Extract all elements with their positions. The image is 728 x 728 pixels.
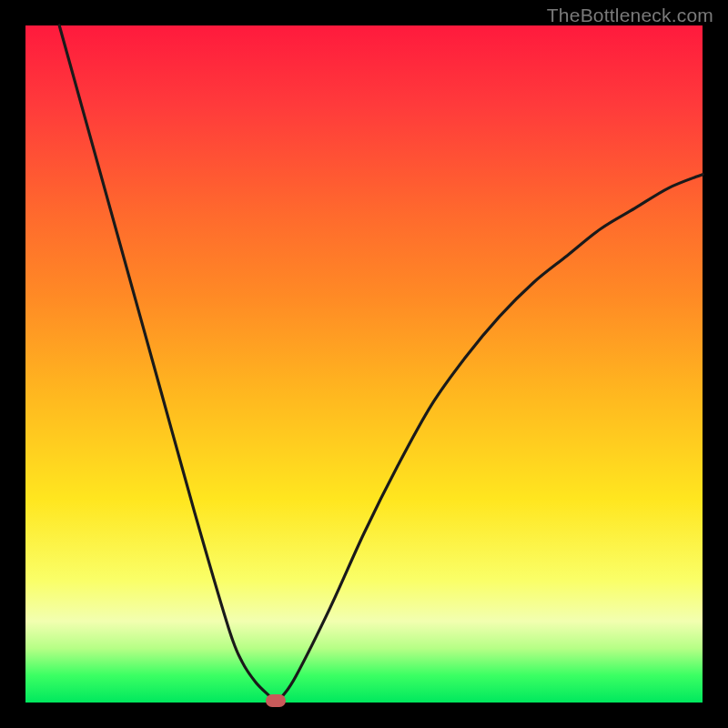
chart-frame: TheBottleneck.com — [0, 0, 728, 728]
minimum-marker — [266, 694, 286, 707]
bottleneck-curve — [59, 25, 703, 703]
plot-area — [25, 25, 703, 703]
curve-svg — [25, 25, 703, 703]
watermark-text: TheBottleneck.com — [547, 5, 713, 26]
